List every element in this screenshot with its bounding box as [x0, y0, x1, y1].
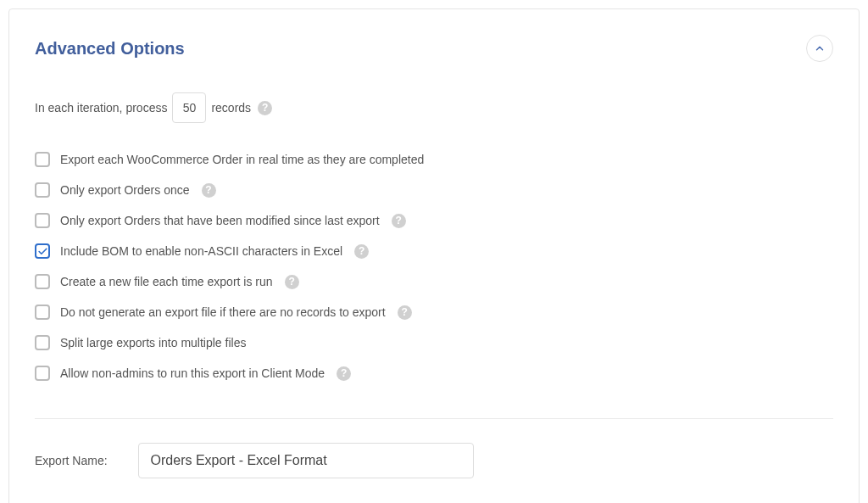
option-new-file-each-run: Create a new file each time export is ru… — [35, 274, 833, 289]
checkbox-export-modified[interactable] — [35, 213, 50, 228]
help-icon[interactable]: ? — [258, 101, 272, 115]
help-icon[interactable]: ? — [285, 275, 299, 289]
iteration-count-input[interactable] — [172, 92, 206, 123]
chevron-up-icon — [814, 42, 826, 54]
help-icon[interactable]: ? — [202, 183, 216, 198]
iteration-row: In each iteration, process records ? — [35, 92, 833, 123]
export-name-row: Export Name: — [35, 443, 833, 478]
help-icon[interactable]: ? — [398, 305, 412, 320]
option-label: Create a new file each time export is ru… — [60, 275, 273, 288]
option-label: Only export Orders once — [60, 183, 190, 197]
option-label: Only export Orders that have been modifi… — [60, 214, 380, 227]
option-export-modified: Only export Orders that have been modifi… — [35, 213, 833, 228]
checkbox-include-bom[interactable] — [35, 243, 50, 259]
export-name-label: Export Name: — [35, 454, 108, 467]
option-export-once: Only export Orders once ? — [35, 182, 833, 198]
check-icon — [37, 246, 48, 257]
option-label: Include BOM to enable non-ASCII characte… — [60, 244, 342, 258]
option-label: Export each WooCommerce Order in real ti… — [60, 153, 424, 166]
option-split-large: Split large exports into multiple files — [35, 335, 833, 350]
option-export-realtime: Export each WooCommerce Order in real ti… — [35, 152, 833, 167]
option-label: Allow non-admins to run this export in C… — [60, 366, 325, 380]
help-icon[interactable]: ? — [392, 214, 406, 228]
checkbox-export-once[interactable] — [35, 182, 50, 198]
option-label: Do not generate an export file if there … — [60, 305, 386, 319]
panel-header: Advanced Options — [35, 35, 833, 62]
iteration-prefix: In each iteration, process — [35, 101, 167, 115]
checkbox-new-file-each-run[interactable] — [35, 274, 50, 289]
checkbox-skip-empty[interactable] — [35, 305, 50, 320]
help-icon[interactable]: ? — [337, 366, 351, 381]
options-list: Export each WooCommerce Order in real ti… — [35, 152, 833, 381]
advanced-options-panel: Advanced Options In each iteration, proc… — [8, 8, 860, 503]
checkbox-export-realtime[interactable] — [35, 152, 50, 167]
checkbox-split-large[interactable] — [35, 335, 50, 350]
option-include-bom: Include BOM to enable non-ASCII characte… — [35, 243, 833, 259]
panel-title: Advanced Options — [35, 39, 185, 59]
checkbox-client-mode[interactable] — [35, 366, 50, 381]
collapse-toggle-button[interactable] — [806, 35, 833, 62]
option-skip-empty: Do not generate an export file if there … — [35, 305, 833, 320]
iteration-suffix: records — [211, 101, 251, 115]
option-label: Split large exports into multiple files — [60, 336, 246, 349]
section-divider — [35, 418, 833, 419]
export-name-input[interactable] — [138, 443, 474, 478]
help-icon[interactable]: ? — [354, 244, 369, 259]
option-client-mode: Allow non-admins to run this export in C… — [35, 366, 833, 381]
